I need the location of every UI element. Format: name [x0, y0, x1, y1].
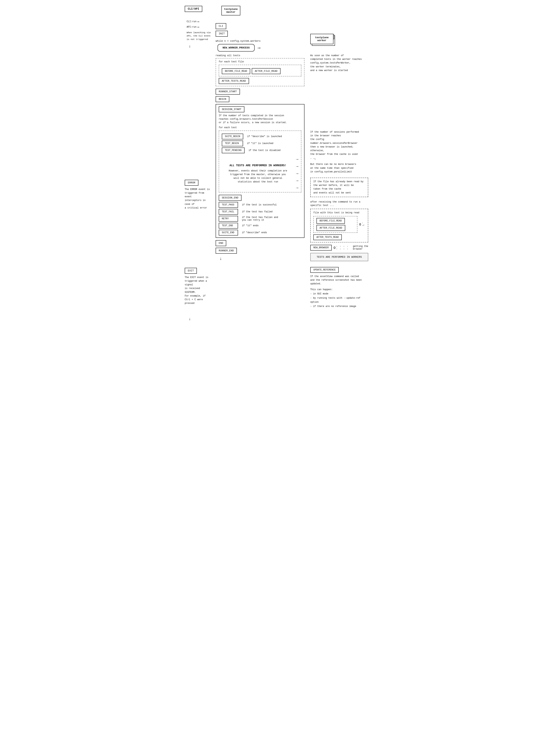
getting-browser-label: getting the browser: [353, 245, 368, 250]
suite-end-box: SUITE_END: [219, 230, 238, 236]
while-label: while n < config.system.workers: [215, 40, 305, 42]
api-run-arrow: ⟶: [197, 25, 199, 29]
diagram-wrapper: CLI/API CLI:run ⟶ API:run ⟶ When launchi…: [183, 4, 368, 321]
worker-stack: testplane worker testplane worker: [310, 34, 334, 44]
arrow5: →: [296, 186, 298, 190]
test-pending-note: if the test is disabled: [248, 149, 281, 152]
per-test-inner: SUITE_BEGIN if "describe" is launched TE…: [219, 131, 302, 192]
right-before-file-read: BEFORE_FILE_READ: [317, 218, 345, 224]
error-box: ERROR: [185, 180, 198, 186]
end-box: END: [215, 240, 226, 246]
init-box: INIT: [215, 31, 228, 37]
retry-box: RETRY: [219, 216, 238, 222]
test-end-note: if "it" ends: [242, 224, 258, 227]
parallel-limit-note: But there can be no more browsersat the …: [310, 163, 368, 174]
api-note: When launching via API, the CLI event is…: [187, 31, 212, 41]
left-bottom-arrow: ↓: [185, 317, 212, 321]
diagram-content: CLI/API CLI:run ⟶ API:run ⟶ When launchi…: [183, 4, 368, 321]
worker-arrows: → → → → →: [296, 157, 298, 190]
test-end-box: TEST_END: [219, 223, 238, 229]
api-run-label: API:run: [187, 26, 196, 28]
suite-begin-box: SUITE_BEGIN: [222, 134, 243, 139]
test-pass-note: if the test is successful: [242, 203, 277, 206]
workers-notice-row: ALL TESTS ARE PERFORMED IN WORKERS! Howe…: [222, 157, 298, 190]
test-pending-box: TEST_PENDING: [222, 147, 244, 153]
runner-end-box: RUNNER_END: [215, 248, 237, 254]
cli-box: CLI: [215, 23, 226, 29]
master-box: testplane master: [221, 6, 240, 15]
test-pass-box: TEST_PASS: [219, 202, 238, 208]
after-file-read-box: AFTER_FILE_READ: [252, 68, 281, 74]
test-fail-note: if the test has failed: [242, 210, 272, 213]
new-browser-row: NEW_BROWSER - - - - - - - - getting the …: [310, 245, 368, 251]
error-section: ERROR The ERROR event is triggered from …: [185, 180, 212, 210]
session-count-note: If the number of sessions performed in t…: [310, 130, 368, 156]
cli-run-label: CLI:run: [187, 20, 196, 23]
test-fail-box: TEST_FAIL: [219, 209, 238, 215]
arrow1: →: [296, 157, 298, 162]
exit-box: EXIT: [185, 268, 197, 274]
reading-label: reading all tests: [215, 54, 305, 57]
file-being-read-label: file with this test is being read: [314, 211, 365, 214]
arrow-to-worker: ⟶: [258, 45, 260, 50]
right-column: testplane worker testplane worker As soo…: [307, 4, 368, 309]
right-after-tests-read-wrap: AFTER_TESTS_READ: [314, 234, 365, 240]
update-reference-section: UPDATE_REFERENCE If the assetView comman…: [310, 267, 368, 309]
all-tests-workers-title: ALL TESTS ARE PERFORMED IN WORKERS!: [222, 164, 294, 168]
session-section: SESSION_START If the number of tests com…: [215, 104, 305, 238]
update-reference-box: UPDATE_REFERENCE: [310, 267, 339, 273]
right-file-read-section: BEFORE_FILE_READ AFTER_FILE_READ: [314, 216, 358, 233]
all-tests-workers-note: However, events about their completion a…: [222, 169, 294, 184]
update-ref-note2: This can happen: - in GUI mode - by runn…: [310, 288, 368, 309]
circle-node-file: [359, 223, 361, 225]
cli-api-box: CLI/API: [185, 6, 202, 12]
specific-test-note: after receiving the command to run a spe…: [310, 200, 368, 207]
test-begin-box: TEST_BEGIN: [222, 141, 243, 146]
cache-section: If the file has already been read by the…: [310, 178, 368, 197]
new-worker-box: NEW_WORKER_PROCESS: [217, 44, 254, 52]
runner-start-box: RUNNER_START: [215, 89, 240, 95]
cli-run-row: CLI:run ⟶ API:run ⟶ When launching via A…: [185, 20, 212, 41]
update-ref-note1: If the assetView command was called and …: [310, 275, 368, 286]
exit-section: EXIT The EXIT event is triggered when a …: [185, 268, 212, 305]
reading-section: for each test file BEFORE_FILE_READ AFTE…: [215, 58, 305, 86]
left-down-arrow: ↓: [185, 44, 212, 48]
dashed-line-browser: - - - - - - - -: [336, 245, 351, 250]
center-bottom-arrow: ↓: [219, 256, 305, 261]
arrow3: →: [296, 171, 298, 176]
tests-in-workers-label: TESTS ARE PERFORMED IN WORKERS: [315, 256, 364, 258]
master-line1: testplane: [224, 8, 237, 11]
left-column: CLI/API CLI:run ⟶ API:run ⟶ When launchi…: [185, 4, 212, 321]
file-read-section: file with this test is being read BEFORE…: [310, 209, 368, 242]
for-each-test-label: for each test: [219, 126, 302, 129]
center-column: testplane master CLI INIT while n < conf…: [212, 4, 307, 261]
tests-in-workers-section: TESTS ARE PERFORMED IN WORKERS: [310, 253, 368, 261]
retry-note: if the test has fallen and you can retry…: [242, 216, 278, 221]
after-tests-read-box: AFTER_TESTS_READ: [219, 78, 249, 84]
right-after-file-read: AFTER_FILE_READ: [317, 225, 345, 231]
right-after-tests-read: AFTER_TESTS_READ: [314, 234, 342, 240]
session-end-box: SESSION_END: [219, 195, 241, 201]
browser-dashed-line: - -┐: [310, 157, 368, 161]
for-each-test-file-label: for each test file: [219, 60, 302, 63]
before-file-read-box: BEFORE_FILE_READ: [222, 68, 250, 74]
file-read-inner: BEFORE_FILE_READ AFTER_FILE_READ: [219, 65, 302, 76]
circle-node-browser: [334, 247, 335, 249]
cli-run-arrow: ⟶: [197, 20, 199, 24]
session-start-box: SESSION_START: [219, 106, 244, 112]
arrow4: →: [296, 179, 298, 183]
worker-front-box: testplane worker: [310, 34, 334, 44]
new-browser-box: NEW_BROWSER: [310, 245, 332, 251]
session-note: If the number of tests completed in the …: [219, 114, 302, 124]
error-desc: The ERROR event is triggered from event …: [185, 188, 212, 210]
begin-box: BEGIN: [215, 96, 229, 102]
master-line2: master: [226, 11, 235, 14]
worker-note: As soon as the number of completed tests…: [310, 54, 368, 72]
suite-end-note: if "describe" ends: [242, 231, 267, 234]
dashed-line-right: - -┘: [362, 222, 365, 227]
test-begin-note: if "it" is launched: [247, 142, 273, 145]
suite-begin-note: if "describe" is launched: [247, 135, 282, 138]
cache-note: If the file has already been read by the…: [314, 180, 365, 195]
arrow2: →: [296, 164, 298, 169]
exit-desc: The EXIT event is triggered when a signa…: [185, 276, 212, 305]
